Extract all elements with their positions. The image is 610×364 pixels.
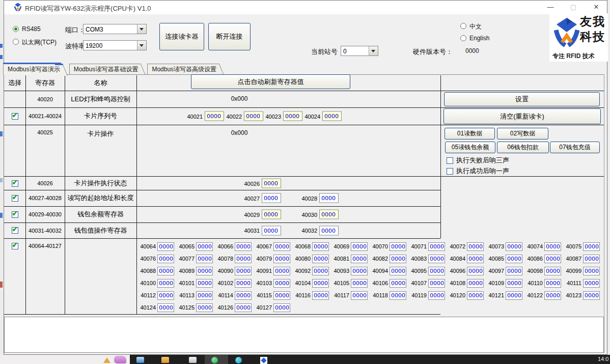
register-value-input[interactable] <box>506 267 522 275</box>
blue-app-icon[interactable] <box>260 357 267 364</box>
dropdown-arrow-icon[interactable] <box>137 24 146 34</box>
tab-modbus-advanced-settings[interactable]: Modbus读写器高级设置 <box>147 64 217 74</box>
connect-button[interactable]: 连接读卡器 <box>159 23 204 50</box>
register-value-input[interactable] <box>273 242 290 251</box>
register-value-input[interactable] <box>544 291 561 300</box>
register-value-input[interactable] <box>390 267 406 275</box>
row-checkbox-checked[interactable]: ✔ <box>12 211 18 218</box>
read-wallet-balance-button[interactable]: 05读钱包余额 <box>445 142 495 153</box>
register-value-input[interactable] <box>157 242 174 251</box>
register-value-input[interactable] <box>235 255 252 263</box>
clear-reread-button[interactable]: 清空(重新读卡) <box>443 108 601 124</box>
register-value-input[interactable] <box>544 279 561 288</box>
register-value-input[interactable] <box>390 279 406 288</box>
set-button[interactable]: 设置 <box>444 92 600 106</box>
read-data-button[interactable]: 01读数据 <box>445 128 495 139</box>
register-value-input[interactable] <box>312 242 329 251</box>
register-value-input[interactable] <box>157 291 174 300</box>
desktop-icon[interactable] <box>114 356 126 363</box>
tcp-radio[interactable] <box>13 39 19 45</box>
tab-modbus-demo[interactable]: Modbus读写器演示 <box>3 63 61 75</box>
register-value-input[interactable] <box>196 267 213 275</box>
register-value-input[interactable] <box>322 111 342 121</box>
register-value-input[interactable] <box>351 291 368 300</box>
register-value-input[interactable] <box>312 255 329 263</box>
baud-select[interactable]: 19200 <box>83 40 147 50</box>
row-checkbox-checked[interactable]: ✔ <box>12 180 18 187</box>
register-value-input[interactable] <box>390 291 406 300</box>
register-value-input[interactable] <box>235 267 252 275</box>
write-data-button[interactable]: 02写数据 <box>497 128 548 139</box>
register-value-input[interactable] <box>262 179 281 188</box>
register-value-input[interactable] <box>428 242 445 251</box>
file-explorer-icon[interactable] <box>136 357 144 363</box>
dropdown-arrow-icon[interactable] <box>369 46 378 55</box>
register-value-input[interactable] <box>196 303 213 312</box>
register-value-input[interactable] <box>506 279 522 288</box>
register-value-input[interactable] <box>205 111 224 121</box>
register-value-input[interactable] <box>157 279 174 288</box>
register-value-input[interactable] <box>583 291 600 300</box>
register-value-input[interactable] <box>351 279 368 288</box>
register-value-input[interactable] <box>467 255 484 263</box>
register-value-input[interactable] <box>262 193 281 203</box>
teal-app-icon[interactable] <box>235 357 242 363</box>
register-value-input[interactable] <box>273 267 290 275</box>
register-value-input[interactable] <box>235 291 252 300</box>
register-value-input[interactable] <box>312 291 329 300</box>
register-value-input[interactable] <box>157 267 174 275</box>
register-value-input[interactable] <box>390 255 406 263</box>
register-value-input[interactable] <box>157 303 174 312</box>
register-value-input[interactable] <box>583 255 600 263</box>
taskbar-clock[interactable]: 14:0 <box>598 356 608 362</box>
register-value-input[interactable] <box>428 255 445 263</box>
register-value-input[interactable] <box>262 210 281 219</box>
register-value-input[interactable] <box>273 279 290 288</box>
close-icon[interactable]: ✕ <box>588 1 605 14</box>
beep-on-fail-option[interactable]: 执行失败后响三声 <box>447 156 509 165</box>
wallet-recharge-button[interactable]: 07钱包充值 <box>550 142 600 153</box>
register-value-input[interactable] <box>583 279 600 288</box>
register-value-input[interactable] <box>319 193 339 203</box>
tab-modbus-basic-settings[interactable]: Modbus读写器基础设置 <box>69 64 140 74</box>
register-value-input[interactable] <box>157 255 174 263</box>
register-value-input[interactable] <box>544 255 561 263</box>
register-value-input[interactable] <box>506 255 522 263</box>
register-value-input[interactable] <box>273 303 290 312</box>
register-value-input[interactable] <box>312 267 329 275</box>
disconnect-button[interactable]: 断开连接 <box>208 23 251 50</box>
rs485-radio[interactable] <box>13 26 19 32</box>
station-select[interactable]: 0 <box>341 46 378 56</box>
register-value-input[interactable] <box>273 255 290 263</box>
desktop-icon[interactable] <box>103 357 110 363</box>
beep-on-fail-checkbox[interactable] <box>447 157 453 164</box>
register-value-input[interactable] <box>390 242 406 251</box>
register-value-input[interactable] <box>196 255 213 263</box>
register-value-input[interactable] <box>262 226 281 235</box>
notebook-icon[interactable] <box>189 357 197 363</box>
port-select[interactable]: COM3 <box>83 24 147 34</box>
register-value-input[interactable] <box>283 111 302 121</box>
beep-on-success-option[interactable]: 执行成功后响一声 <box>447 166 509 176</box>
row-checkbox-checked[interactable]: ✔ <box>12 243 18 249</box>
register-value-input[interactable] <box>196 291 213 300</box>
dropdown-arrow-icon[interactable] <box>137 41 146 50</box>
register-value-input[interactable] <box>583 242 600 251</box>
register-value-input[interactable] <box>351 242 368 251</box>
register-value-input[interactable] <box>583 267 600 275</box>
auto-refresh-button[interactable]: 点击自动刷新寄存器值 <box>191 74 350 89</box>
register-value-input[interactable] <box>244 111 263 121</box>
register-value-input[interactable] <box>506 242 522 251</box>
register-value-input[interactable] <box>196 279 213 288</box>
row-checkbox-checked[interactable]: ✔ <box>12 227 18 234</box>
register-value-input[interactable] <box>467 279 484 288</box>
maximize-icon[interactable]: ▢ <box>565 1 582 14</box>
register-value-input[interactable] <box>428 291 445 300</box>
register-value-input[interactable] <box>235 303 252 312</box>
row-checkbox-checked[interactable]: ✔ <box>12 113 18 120</box>
folder-icon[interactable] <box>161 357 169 363</box>
minimize-icon[interactable]: — <box>542 1 559 14</box>
register-value-input[interactable] <box>196 242 213 251</box>
register-value-input[interactable] <box>428 279 445 288</box>
register-value-input[interactable] <box>319 226 339 235</box>
